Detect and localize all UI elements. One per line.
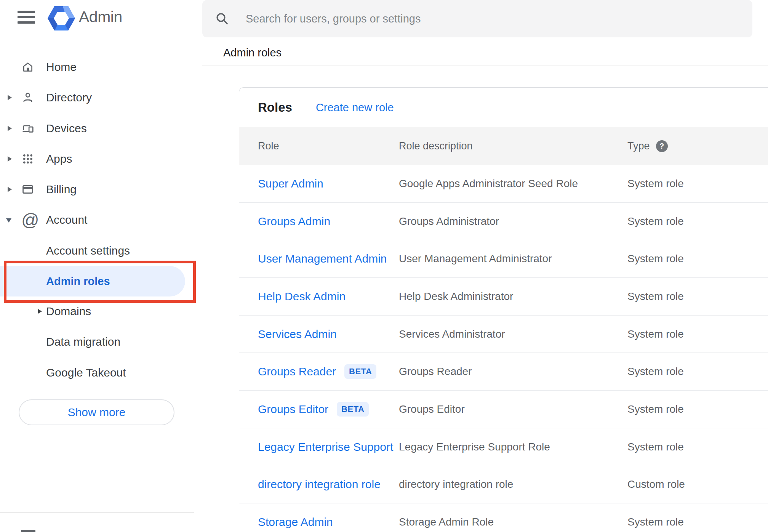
devices-icon [21, 122, 34, 135]
table-row: directory integration role directory int… [239, 466, 768, 504]
role-description: Groups Reader [399, 365, 627, 378]
sidebar-item-domains[interactable]: Domains [0, 296, 202, 327]
role-link[interactable]: Help Desk Admin [258, 290, 346, 303]
role-description: Help Desk Administrator [399, 290, 627, 303]
role-link[interactable]: Groups Editor [258, 403, 328, 416]
sidebar-item-label: Account [46, 213, 87, 226]
role-link[interactable]: User Management Admin [258, 252, 387, 265]
beta-badge: BETA [344, 364, 376, 379]
column-header-type: Type ? [627, 140, 768, 152]
sidebar-item-data-migration[interactable]: Data migration [0, 327, 202, 357]
header-divider [202, 66, 768, 66]
role-type: System role [627, 516, 768, 528]
roles-card-header: Roles Create new role [239, 88, 768, 127]
admin-console-page: { "colors": { "accent_blue": "#1a73e8", … [0, 0, 768, 532]
role-type: System role [627, 290, 768, 303]
sidebar-item-devices[interactable]: Devices [0, 113, 202, 144]
role-link[interactable]: Storage Admin [258, 516, 333, 529]
table-row: Groups Reader BETA Groups Reader System … [239, 353, 768, 391]
role-link[interactable]: Groups Admin [258, 215, 330, 228]
role-description: directory integration role [399, 478, 627, 490]
sidebar-divider [0, 512, 194, 513]
expand-arrow-icon[interactable] [8, 95, 12, 100]
role-description: User Management Administrator [399, 253, 627, 265]
search-icon [215, 12, 229, 26]
table-row: Groups Admin Groups Administrator System… [239, 203, 768, 240]
role-type: System role [627, 328, 768, 340]
help-icon[interactable]: ? [656, 140, 668, 152]
role-description: Groups Editor [399, 403, 627, 415]
table-header-row: Role Role description Type ? [239, 127, 768, 165]
sidebar-item-directory[interactable]: Directory [0, 82, 202, 113]
table-row: Services Admin Services Administrator Sy… [239, 316, 768, 353]
sidebar-item-label: Account settings [46, 244, 130, 257]
role-description: Google Apps Administrator Seed Role [399, 178, 627, 190]
credit-card-icon [21, 183, 34, 196]
home-icon [21, 61, 34, 74]
role-type: System role [627, 441, 768, 453]
apps-grid-icon [21, 152, 34, 165]
role-type: System role [627, 365, 768, 378]
menu-hamburger-icon[interactable] [18, 11, 35, 24]
sidebar-item-google-takeout[interactable]: Google Takeout [0, 357, 202, 388]
role-type: System role [627, 403, 768, 415]
sidebar-item-label: Google Takeout [46, 366, 126, 379]
role-type: System role [627, 178, 768, 190]
collapse-arrow-icon[interactable] [6, 218, 11, 223]
sidebar-item-admin-roles[interactable]: Admin roles [0, 266, 185, 296]
column-header-role: Role [258, 140, 399, 152]
sidebar-item-label: Billing [46, 183, 77, 196]
role-type: System role [627, 215, 768, 228]
create-new-role-link[interactable]: Create new role [316, 101, 394, 114]
sidebar-item-label: Domains [46, 305, 91, 318]
partial-device-icon [21, 530, 35, 532]
sidebar-item-label: Admin roles [46, 275, 110, 288]
column-header-description: Role description [399, 140, 627, 152]
role-type: System role [627, 253, 768, 265]
role-link[interactable]: Services Admin [258, 328, 337, 341]
sidebar-item-label: Apps [46, 152, 72, 165]
role-description: Storage Admin Role [399, 516, 627, 528]
role-link[interactable]: Legacy Enterprise Support [258, 441, 393, 453]
sidebar-item-billing[interactable]: Billing [0, 174, 202, 205]
sidebar-item-label: Home [46, 61, 77, 74]
app-title: Admin [79, 5, 122, 28]
table-row: User Management Admin User Management Ad… [239, 240, 768, 278]
google-admin-logo-icon [48, 6, 75, 30]
sidebar-item-label: Data migration [46, 335, 120, 348]
at-sign-icon: @ [21, 210, 34, 223]
sidebar-item-label: Directory [46, 91, 92, 104]
table-row: Help Desk Admin Help Desk Administrator … [239, 278, 768, 316]
search-bar[interactable] [202, 0, 752, 37]
sidebar-item-account-settings[interactable]: Account settings [0, 236, 202, 266]
role-link[interactable]: directory integration role [258, 478, 381, 491]
expand-arrow-icon[interactable] [38, 309, 42, 314]
role-description: Services Administrator [399, 328, 627, 340]
breadcrumb: Admin roles [223, 46, 282, 59]
table-row: Legacy Enterprise Support Legacy Enterpr… [239, 428, 768, 466]
expand-arrow-icon[interactable] [8, 156, 12, 162]
roles-card: Roles Create new role Role Role descript… [239, 87, 768, 532]
role-link[interactable]: Groups Reader [258, 365, 336, 378]
roles-table-body: Super Admin Google Apps Administrator Se… [239, 165, 768, 532]
sidebar-item-apps[interactable]: Apps [0, 144, 202, 174]
role-description: Groups Administrator [399, 215, 627, 228]
table-row: Storage Admin Storage Admin Role System … [239, 503, 768, 532]
sidebar-item-account[interactable]: @ Account [0, 205, 202, 235]
beta-badge: BETA [337, 402, 369, 417]
expand-arrow-icon[interactable] [8, 126, 12, 131]
show-more-button[interactable]: Show more [19, 399, 174, 425]
sidebar-item-home[interactable]: Home [0, 52, 202, 82]
sidebar-item-label: Devices [46, 122, 87, 135]
search-input[interactable] [245, 12, 741, 26]
role-type: Custom role [627, 478, 768, 490]
person-icon [21, 91, 34, 104]
table-row: Groups Editor BETA Groups Editor System … [239, 391, 768, 428]
card-title: Roles [258, 100, 292, 115]
table-row: Super Admin Google Apps Administrator Se… [239, 165, 768, 203]
role-link[interactable]: Super Admin [258, 177, 323, 190]
role-description: Legacy Enterprise Support Role [399, 441, 627, 453]
expand-arrow-icon[interactable] [8, 187, 12, 192]
